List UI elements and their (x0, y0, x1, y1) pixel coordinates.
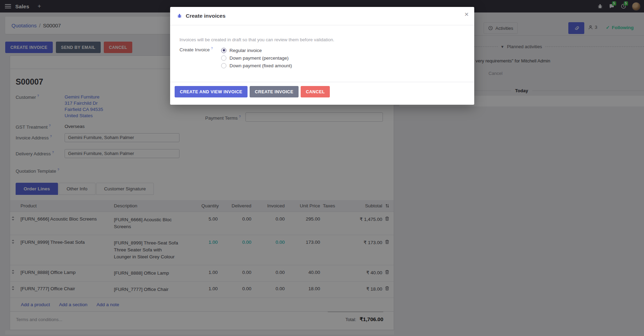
radio-down-payment-fixed[interactable]: Down payment (fixed amount) (221, 62, 292, 69)
radio-regular-invoice[interactable]: Regular invoice (221, 46, 292, 54)
dialog-footer: CREATE AND VIEW INVOICE CREATE INVOICE C… (170, 82, 474, 105)
modal-create-invoice-button[interactable]: CREATE INVOICE (250, 86, 299, 97)
create-invoices-dialog: Create invoices × Invoices will be creat… (170, 7, 474, 105)
radio-label: Down payment (fixed amount) (229, 63, 292, 68)
radio-selected-icon[interactable] (221, 48, 226, 53)
radio-label: Down payment (percentage) (229, 55, 288, 61)
radio-label: Regular invoice (229, 48, 262, 53)
modal-cancel-button[interactable]: CANCEL (301, 86, 330, 97)
help-icon[interactable]: ? (211, 46, 213, 50)
dialog-title: Create invoices (186, 13, 226, 19)
dialog-info-text: Invoices will be created in draft so tha… (179, 37, 465, 42)
radio-unselected-icon[interactable] (221, 63, 226, 68)
invoice-type-radio-group: Regular invoice Down payment (percentage… (221, 46, 292, 69)
close-icon[interactable]: × (465, 10, 469, 18)
dialog-header: Create invoices × (170, 7, 474, 25)
radio-down-payment-percentage[interactable]: Down payment (percentage) (221, 54, 292, 62)
bug-icon (177, 14, 182, 18)
create-and-view-invoice-button[interactable]: CREATE AND VIEW INVOICE (175, 86, 248, 97)
dialog-body: Invoices will be created in draft so tha… (170, 25, 474, 82)
create-invoice-field-label: Create Invoice ? (179, 46, 221, 69)
odoo-app: Sales + 5 5 (0, 0, 644, 336)
radio-unselected-icon[interactable] (221, 55, 226, 61)
